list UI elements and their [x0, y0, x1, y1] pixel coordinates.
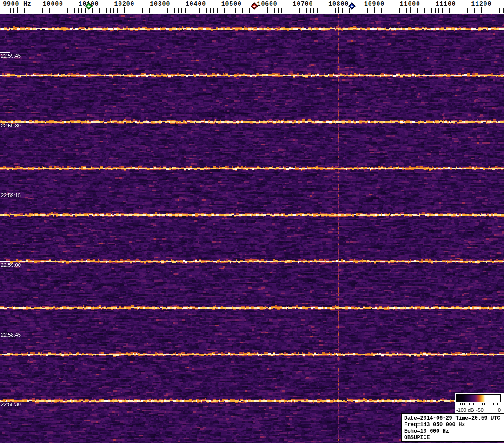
time-tick [0, 261, 10, 262]
freq-tick [317, 8, 318, 13]
legend-tick [464, 403, 465, 405]
info-echo: Echo=10 600 Hz [404, 428, 503, 435]
freq-tick [253, 8, 253, 13]
frequency-ruler[interactable]: 9900 Hz100001010010200103001040010500106… [0, 0, 504, 14]
meteor-spectrogram-window: 22:59:4522:59:3022:59:1522:59:0022:58:45… [0, 0, 504, 443]
freq-tick [278, 8, 279, 13]
freq-tick [135, 8, 135, 13]
freq-tick [28, 8, 28, 13]
freq-tick [392, 8, 392, 13]
freq-tick [485, 8, 485, 13]
freq-tick [96, 8, 96, 13]
freq-tick [117, 8, 118, 13]
freq-tick [446, 7, 446, 13]
freq-tick [371, 8, 371, 13]
freq-tick [328, 8, 328, 13]
freq-tick [67, 8, 68, 13]
freq-label: 9900 Hz [3, 0, 32, 7]
freq-tick [78, 8, 79, 13]
freq-tick [274, 8, 275, 13]
freq-tick [364, 8, 364, 13]
freq-tick [32, 8, 32, 13]
freq-tick [281, 8, 282, 13]
freq-tick [199, 8, 200, 13]
freq-tick [332, 8, 332, 13]
freq-tick [74, 8, 75, 13]
legend-tick [484, 403, 485, 405]
freq-tick [496, 8, 496, 13]
freq-tick [357, 8, 357, 13]
freq-tick [174, 8, 175, 13]
freq-tick [249, 8, 250, 13]
freq-tick [221, 8, 221, 13]
time-tick [0, 52, 10, 53]
freq-tick [349, 8, 350, 13]
freq-tick [313, 8, 314, 13]
freq-tick [410, 7, 411, 13]
freq-tick [296, 8, 296, 13]
legend-tick [480, 403, 480, 405]
legend-tick [482, 403, 483, 405]
freq-label: 11200 [471, 0, 491, 7]
marker-center-dot [87, 5, 90, 7]
freq-label: 11100 [436, 0, 456, 7]
freq-tick [310, 8, 311, 13]
spectrogram-waterfall[interactable] [0, 14, 504, 443]
legend-max-label: 0 [498, 407, 501, 413]
freq-tick [7, 8, 7, 13]
freq-tick [196, 7, 196, 13]
legend-tick [458, 403, 458, 405]
freq-tick [271, 8, 271, 13]
freq-tick [181, 8, 182, 13]
freq-tick [385, 8, 385, 13]
freq-tick [503, 8, 504, 13]
colormap-gradient-bar [456, 394, 501, 402]
intensity-legend: -100 dB -50 0 [455, 393, 504, 413]
freq-tick [481, 7, 482, 13]
freq-tick [81, 8, 82, 13]
freq-tick [206, 8, 207, 13]
legend-tick [471, 403, 471, 405]
legend-labels: -100 dB -50 0 [455, 407, 501, 413]
freq-tick [153, 8, 153, 13]
freq-tick [64, 8, 64, 13]
freq-tick [367, 8, 368, 13]
marker-center-dot [253, 5, 256, 7]
freq-tick [24, 8, 25, 13]
freq-tick [213, 8, 214, 13]
freq-tick [453, 8, 453, 13]
freq-tick [189, 8, 189, 13]
legend-tick [456, 403, 456, 407]
freq-tick [431, 8, 432, 13]
freq-tick [478, 8, 478, 13]
time-label: 22:58:30 [1, 402, 21, 407]
freq-tick [13, 8, 14, 13]
freq-tick [46, 8, 46, 13]
freq-tick [346, 8, 346, 13]
freq-tick [42, 8, 43, 13]
freq-tick [389, 8, 389, 13]
freq-tick [246, 8, 246, 13]
freq-tick [49, 8, 50, 13]
freq-tick [257, 8, 257, 13]
legend-tick [496, 403, 496, 405]
freq-tick [292, 8, 292, 13]
freq-tick [438, 8, 439, 13]
legend-tick [493, 403, 494, 405]
info-frequency: Freq=143 050 000 Hz [404, 422, 503, 428]
freq-tick [474, 8, 475, 13]
freq-tick [303, 7, 303, 13]
legend-mid-label: -50 [476, 407, 484, 413]
freq-tick [92, 8, 93, 13]
freq-tick [99, 8, 100, 13]
freq-label: 10600 [257, 0, 278, 7]
freq-tick [228, 8, 228, 13]
freq-tick [406, 8, 407, 13]
freq-tick [471, 8, 471, 13]
info-date-time: Date=2014-06-29 Time=20:59 UTC [404, 415, 503, 422]
freq-tick [457, 8, 457, 13]
freq-tick [374, 7, 375, 13]
freq-tick [267, 7, 268, 13]
time-label: 22:58:45 [1, 332, 21, 337]
time-label: 22:59:30 [1, 123, 21, 128]
